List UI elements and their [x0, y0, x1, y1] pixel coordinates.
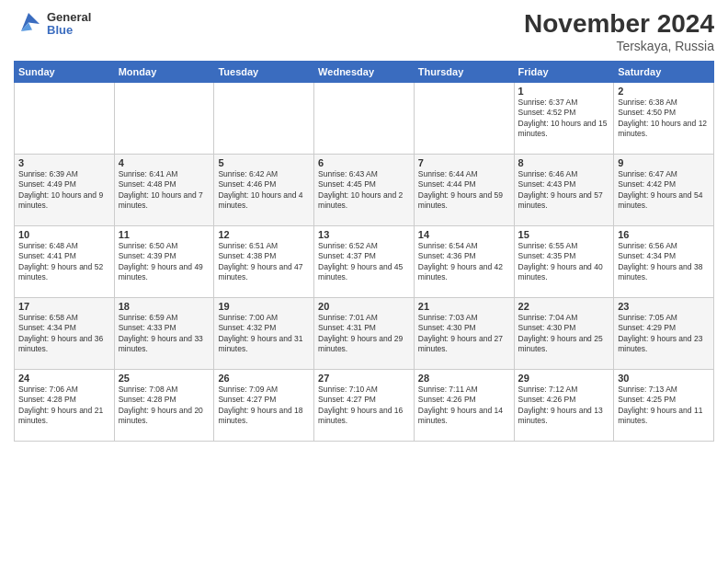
day-cell — [414, 83, 514, 155]
day-number: 8 — [518, 157, 610, 168]
day-cell: 13Sunrise: 6:52 AM Sunset: 4:37 PM Dayli… — [314, 226, 415, 298]
day-info: Sunrise: 6:42 AM Sunset: 4:46 PM Dayligh… — [218, 169, 310, 212]
day-cell — [214, 83, 314, 155]
day-number: 26 — [218, 373, 310, 384]
day-cell: 16Sunrise: 6:56 AM Sunset: 4:34 PM Dayli… — [614, 226, 714, 298]
day-info: Sunrise: 7:00 AM Sunset: 4:32 PM Dayligh… — [218, 313, 310, 355]
header: General Blue November 2024 Terskaya, Rus… — [14, 9, 714, 53]
day-number: 19 — [218, 301, 310, 312]
weekday-header-friday: Friday — [514, 62, 614, 83]
day-cell: 30Sunrise: 7:13 AM Sunset: 4:25 PM Dayli… — [614, 370, 714, 442]
day-number: 14 — [418, 229, 510, 240]
day-cell: 9Sunrise: 6:47 AM Sunset: 4:42 PM Daylig… — [614, 155, 714, 226]
day-info: Sunrise: 6:54 AM Sunset: 4:36 PM Dayligh… — [418, 241, 510, 283]
day-info: Sunrise: 6:47 AM Sunset: 4:42 PM Dayligh… — [618, 169, 710, 212]
week-row-4: 17Sunrise: 6:58 AM Sunset: 4:34 PM Dayli… — [15, 298, 714, 370]
location: Terskaya, Russia — [524, 39, 714, 53]
week-row-3: 10Sunrise: 6:48 AM Sunset: 4:41 PM Dayli… — [15, 226, 714, 298]
day-number: 2 — [618, 86, 710, 97]
day-cell: 27Sunrise: 7:10 AM Sunset: 4:27 PM Dayli… — [314, 370, 415, 442]
weekday-header-sunday: Sunday — [15, 62, 115, 83]
day-info: Sunrise: 6:59 AM Sunset: 4:33 PM Dayligh… — [119, 313, 210, 355]
day-number: 15 — [518, 229, 610, 240]
day-info: Sunrise: 6:55 AM Sunset: 4:35 PM Dayligh… — [518, 241, 610, 283]
day-number: 16 — [618, 229, 710, 240]
weekday-header-tuesday: Tuesday — [214, 62, 314, 83]
day-cell: 2Sunrise: 6:38 AM Sunset: 4:50 PM Daylig… — [614, 83, 714, 155]
day-info: Sunrise: 7:11 AM Sunset: 4:26 PM Dayligh… — [418, 385, 510, 427]
day-cell: 6Sunrise: 6:43 AM Sunset: 4:45 PM Daylig… — [314, 155, 415, 226]
day-info: Sunrise: 6:44 AM Sunset: 4:44 PM Dayligh… — [418, 169, 510, 212]
day-cell — [15, 83, 115, 155]
day-number: 18 — [119, 301, 210, 312]
day-cell: 19Sunrise: 7:00 AM Sunset: 4:32 PM Dayli… — [214, 298, 314, 370]
day-info: Sunrise: 6:37 AM Sunset: 4:52 PM Dayligh… — [518, 98, 610, 140]
day-number: 11 — [119, 229, 210, 240]
day-cell: 11Sunrise: 6:50 AM Sunset: 4:39 PM Dayli… — [114, 226, 214, 298]
day-info: Sunrise: 6:41 AM Sunset: 4:48 PM Dayligh… — [119, 169, 210, 212]
day-info: Sunrise: 7:09 AM Sunset: 4:27 PM Dayligh… — [218, 385, 310, 427]
week-row-5: 24Sunrise: 7:06 AM Sunset: 4:28 PM Dayli… — [15, 370, 714, 442]
day-info: Sunrise: 7:04 AM Sunset: 4:30 PM Dayligh… — [518, 313, 610, 355]
day-number: 27 — [318, 373, 410, 384]
day-number: 6 — [318, 157, 410, 168]
day-number: 22 — [518, 301, 610, 312]
day-cell: 26Sunrise: 7:09 AM Sunset: 4:27 PM Dayli… — [214, 370, 314, 442]
day-info: Sunrise: 6:56 AM Sunset: 4:34 PM Dayligh… — [618, 241, 710, 283]
month-title: November 2024 — [524, 9, 714, 39]
day-number: 9 — [618, 157, 710, 168]
day-cell — [314, 83, 415, 155]
day-info: Sunrise: 7:05 AM Sunset: 4:29 PM Dayligh… — [618, 313, 710, 355]
day-cell: 3Sunrise: 6:39 AM Sunset: 4:49 PM Daylig… — [15, 155, 115, 226]
day-info: Sunrise: 7:13 AM Sunset: 4:25 PM Dayligh… — [618, 385, 710, 427]
day-cell: 17Sunrise: 6:58 AM Sunset: 4:34 PM Dayli… — [15, 298, 115, 370]
week-row-1: 1Sunrise: 6:37 AM Sunset: 4:52 PM Daylig… — [15, 83, 714, 155]
day-number: 17 — [18, 301, 110, 312]
day-cell: 14Sunrise: 6:54 AM Sunset: 4:36 PM Dayli… — [414, 226, 514, 298]
day-info: Sunrise: 6:51 AM Sunset: 4:38 PM Dayligh… — [218, 241, 310, 283]
logo-blue: Blue — [47, 24, 91, 37]
day-cell: 5Sunrise: 6:42 AM Sunset: 4:46 PM Daylig… — [214, 155, 314, 226]
calendar: SundayMondayTuesdayWednesdayThursdayFrid… — [14, 61, 714, 442]
logo-general: General — [47, 11, 91, 24]
day-info: Sunrise: 6:58 AM Sunset: 4:34 PM Dayligh… — [18, 313, 110, 355]
day-number: 7 — [418, 157, 510, 168]
day-info: Sunrise: 6:38 AM Sunset: 4:50 PM Dayligh… — [618, 98, 710, 140]
day-cell: 15Sunrise: 6:55 AM Sunset: 4:35 PM Dayli… — [514, 226, 614, 298]
day-info: Sunrise: 6:50 AM Sunset: 4:39 PM Dayligh… — [119, 241, 210, 283]
day-number: 4 — [119, 157, 210, 168]
day-info: Sunrise: 7:12 AM Sunset: 4:26 PM Dayligh… — [518, 385, 610, 427]
weekday-header-wednesday: Wednesday — [314, 62, 415, 83]
day-number: 3 — [18, 157, 110, 168]
day-cell: 22Sunrise: 7:04 AM Sunset: 4:30 PM Dayli… — [514, 298, 614, 370]
day-number: 1 — [518, 86, 610, 97]
day-cell: 29Sunrise: 7:12 AM Sunset: 4:26 PM Dayli… — [514, 370, 614, 442]
page: General Blue November 2024 Terskaya, Rus… — [0, 0, 728, 563]
day-cell: 7Sunrise: 6:44 AM Sunset: 4:44 PM Daylig… — [414, 155, 514, 226]
day-cell: 21Sunrise: 7:03 AM Sunset: 4:30 PM Dayli… — [414, 298, 514, 370]
week-row-2: 3Sunrise: 6:39 AM Sunset: 4:49 PM Daylig… — [15, 155, 714, 226]
day-info: Sunrise: 6:39 AM Sunset: 4:49 PM Dayligh… — [18, 169, 110, 212]
logo: General Blue — [14, 9, 91, 39]
day-number: 12 — [218, 229, 310, 240]
day-cell: 8Sunrise: 6:46 AM Sunset: 4:43 PM Daylig… — [514, 155, 614, 226]
day-info: Sunrise: 7:03 AM Sunset: 4:30 PM Dayligh… — [418, 313, 510, 355]
day-cell: 12Sunrise: 6:51 AM Sunset: 4:38 PM Dayli… — [214, 226, 314, 298]
day-cell: 25Sunrise: 7:08 AM Sunset: 4:28 PM Dayli… — [114, 370, 214, 442]
day-cell — [114, 83, 214, 155]
day-cell: 28Sunrise: 7:11 AM Sunset: 4:26 PM Dayli… — [414, 370, 514, 442]
day-cell: 18Sunrise: 6:59 AM Sunset: 4:33 PM Dayli… — [114, 298, 214, 370]
day-info: Sunrise: 7:06 AM Sunset: 4:28 PM Dayligh… — [18, 385, 110, 427]
day-info: Sunrise: 7:10 AM Sunset: 4:27 PM Dayligh… — [318, 385, 410, 427]
day-cell: 23Sunrise: 7:05 AM Sunset: 4:29 PM Dayli… — [614, 298, 714, 370]
day-number: 21 — [418, 301, 510, 312]
logo-icon — [14, 9, 43, 39]
day-info: Sunrise: 6:48 AM Sunset: 4:41 PM Dayligh… — [18, 241, 110, 283]
day-number: 23 — [618, 301, 710, 312]
day-number: 24 — [18, 373, 110, 384]
day-info: Sunrise: 6:43 AM Sunset: 4:45 PM Dayligh… — [318, 169, 410, 212]
day-cell: 24Sunrise: 7:06 AM Sunset: 4:28 PM Dayli… — [15, 370, 115, 442]
day-number: 25 — [119, 373, 210, 384]
weekday-header-monday: Monday — [114, 62, 214, 83]
day-cell: 4Sunrise: 6:41 AM Sunset: 4:48 PM Daylig… — [114, 155, 214, 226]
